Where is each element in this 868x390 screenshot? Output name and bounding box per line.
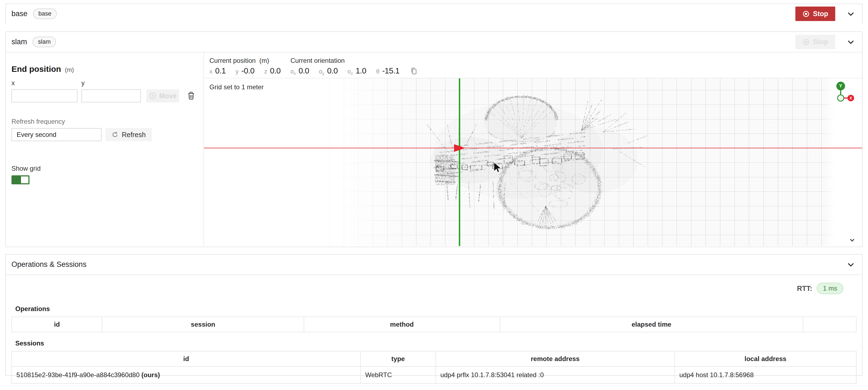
base-card-header: base base Stop (6, 4, 862, 24)
slam-telemetry-header: Current position (m) x0.1 y-0.0 z0.0 Cur… (204, 53, 862, 79)
position-x-value: x0.1 (210, 66, 226, 76)
move-button[interactable]: Move (146, 89, 179, 102)
axes-gizmo: Y X (834, 82, 854, 102)
stop-icon (803, 10, 810, 18)
chevron-down-icon (846, 260, 856, 269)
copy-pose-button[interactable] (410, 67, 418, 76)
operations-col-id: id (12, 317, 102, 332)
session-row: 510815e2-93be-41f9-a90e-a884c3960d80 (ou… (12, 366, 856, 384)
sessions-col-id: id (12, 351, 361, 366)
base-card: base base Stop (5, 4, 863, 24)
rtt-label: RTT: (797, 284, 812, 293)
map-expand-chevron[interactable] (848, 236, 856, 244)
current-position-unit: (m) (259, 57, 269, 64)
operations-col-session: session (102, 317, 304, 332)
operations-sessions-header: Operations & Sessions (6, 254, 862, 275)
axes-origin-icon (837, 94, 844, 101)
slam-card-title: slam (11, 38, 27, 46)
orientation-ox-value: ox0.0 (290, 66, 309, 76)
y-field-label: y (81, 79, 141, 87)
base-stop-button[interactable]: Stop (795, 6, 835, 21)
session-local-cell: udp4 host 10.1.7.8:56968 (675, 366, 856, 384)
rtt-value-badge: 1 ms (817, 283, 843, 294)
chevron-down-icon (848, 236, 856, 244)
show-grid-label: Show grid (11, 165, 198, 172)
trash-icon (187, 91, 195, 100)
move-button-label: Move (159, 92, 177, 100)
y-axis-icon: Y (836, 82, 845, 90)
base-stop-label: Stop (813, 10, 828, 18)
base-card-title: base (11, 9, 28, 18)
end-position-unit: (m) (65, 66, 74, 73)
chevron-down-icon (846, 37, 856, 47)
sessions-col-type: type (361, 351, 435, 366)
slam-controls-pane: End position (m) x y Move (6, 53, 204, 246)
current-position-label: Current position (210, 57, 255, 64)
sessions-col-remote: remote address (436, 351, 675, 366)
operations-sessions-body: RTT: 1 ms Operations id session method e… (6, 283, 862, 384)
position-y-value: y-0.0 (236, 66, 254, 76)
slam-map-area: Grid set to 1 meter Y X (204, 79, 862, 246)
operations-header-row: id session method elapsed time (12, 317, 856, 332)
end-position-heading: End position (11, 64, 61, 74)
current-orientation-group: Current orientation ox0.0 oy0.0 oz1.0 θ-… (290, 57, 400, 76)
stop-icon (803, 38, 810, 46)
sessions-table: id type remote address local address 510… (11, 351, 857, 384)
copy-icon (410, 67, 418, 76)
y-field[interactable] (81, 89, 141, 102)
position-z-value: z0.0 (264, 66, 281, 76)
session-type-cell: WebRTC (361, 366, 435, 384)
session-remote-cell: udp4 prflx 10.1.7.8:53041 related :0 (436, 366, 675, 384)
play-circle-icon (149, 92, 156, 100)
mouse-cursor-icon (493, 162, 502, 174)
base-type-chip: base (33, 8, 57, 19)
sessions-header-row: id type remote address local address (12, 351, 856, 366)
chevron-down-icon (846, 9, 856, 19)
slam-collapse-chevron[interactable] (846, 37, 856, 47)
operations-section-label: Operations (15, 305, 857, 313)
session-id-cell: 510815e2-93be-41f9-a90e-a884c3960d80 (ou… (12, 366, 361, 384)
current-orientation-label: Current orientation (290, 57, 345, 64)
operations-col-actions (803, 317, 856, 332)
orientation-oz-value: oz1.0 (348, 66, 366, 76)
slam-map-canvas[interactable] (204, 79, 862, 246)
operations-sessions-title: Operations & Sessions (11, 260, 87, 269)
operations-col-method: method (304, 317, 500, 332)
current-position-group: Current position (m) x0.1 y-0.0 z0.0 (210, 57, 281, 76)
slam-card: slam slam Stop End position (m) (5, 31, 863, 247)
clear-end-position-button[interactable] (187, 91, 195, 100)
base-collapse-chevron[interactable] (846, 9, 856, 19)
operations-table: id session method elapsed time (11, 317, 857, 332)
grid-scale-note: Grid set to 1 meter (210, 83, 264, 91)
sessions-col-local: local address (675, 351, 856, 366)
orientation-theta-value: θ-15.1 (376, 66, 399, 76)
x-field-label: x (11, 79, 78, 87)
slam-stop-label: Stop (813, 38, 828, 46)
toggle-knob (21, 176, 28, 183)
sessions-section-label: Sessions (15, 339, 857, 347)
refresh-button[interactable]: Refresh (105, 128, 152, 141)
refresh-frequency-select[interactable]: Every second (11, 128, 101, 141)
refresh-icon (112, 131, 119, 138)
operations-sessions-card: Operations & Sessions RTT: 1 ms Operatio… (5, 254, 863, 376)
slam-type-chip: slam (32, 37, 56, 47)
show-grid-toggle[interactable] (11, 175, 30, 184)
refresh-frequency-label: Refresh frequency (11, 118, 198, 125)
slam-card-header: slam slam Stop (6, 32, 862, 53)
slam-stop-button-disabled[interactable]: Stop (795, 35, 835, 49)
slam-map-pane: Current position (m) x0.1 y-0.0 z0.0 Cur… (204, 53, 862, 246)
orientation-oy-value: oy0.0 (319, 66, 338, 76)
refresh-button-label: Refresh (122, 131, 146, 139)
x-field[interactable] (11, 89, 78, 102)
x-axis-icon: X (847, 95, 854, 101)
operations-col-elapsed: elapsed time (500, 317, 803, 332)
operations-sessions-chevron[interactable] (846, 260, 856, 269)
